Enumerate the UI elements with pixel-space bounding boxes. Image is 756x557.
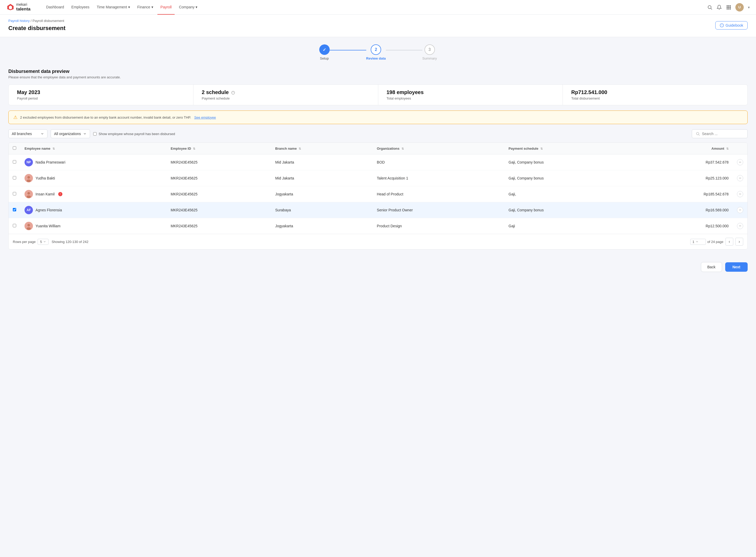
row-checkbox[interactable] (13, 176, 16, 179)
search-input[interactable] (702, 132, 744, 136)
col-organizations[interactable]: Organizations ⇅ (373, 143, 504, 154)
col-employee-name[interactable]: Employee name ⇅ (20, 143, 166, 154)
svg-rect-11 (728, 8, 729, 9)
svg-rect-5 (728, 5, 729, 6)
page-number-input[interactable]: 1 (690, 239, 706, 245)
col-branch-name[interactable]: Branch name ⇅ (271, 143, 373, 154)
select-all-header[interactable] (9, 143, 20, 154)
branch-name-cell: Mid Jakarta (271, 170, 373, 186)
show-disbursed-checkbox[interactable] (93, 132, 97, 136)
svg-rect-6 (730, 5, 731, 6)
stat-period-value: May 2023 (17, 89, 185, 95)
user-avatar[interactable]: U (735, 3, 744, 11)
exclude-button[interactable]: − (737, 159, 743, 165)
table-row: AF Agnes Florensia MKR243E45625 Surabaya… (9, 202, 747, 218)
rows-per-page-select[interactable]: 5 (38, 239, 48, 245)
breadcrumb-current: Payroll disbursement (33, 19, 64, 23)
payment-schedule-cell: Gaji (504, 218, 634, 234)
exclude-button[interactable]: − (737, 175, 743, 181)
row-checkbox-cell[interactable] (9, 186, 20, 202)
breadcrumb-parent[interactable]: Payroll history (8, 19, 30, 23)
employee-avatar: NP (25, 158, 33, 167)
svg-rect-10 (727, 8, 728, 9)
info-icon (720, 23, 724, 27)
show-disbursed-checkbox-label[interactable]: Show employee whose payroll has been dis… (93, 132, 175, 136)
guidebook-button[interactable]: Guidebook (715, 21, 748, 30)
nav-employees[interactable]: Employees (68, 0, 92, 14)
row-checkbox[interactable] (13, 208, 16, 211)
avatar-icon (25, 222, 33, 230)
chevron-down-icon: ▾ (748, 5, 750, 9)
brand-name: mekari talenta (16, 3, 31, 11)
of-page-text: of 24 page (707, 240, 723, 244)
row-checkbox-cell[interactable] (9, 154, 20, 170)
breadcrumb: Payroll history / Payroll disbursement (8, 19, 65, 23)
nav-payroll[interactable]: Payroll (157, 0, 175, 14)
nav-company[interactable]: Company ▾ (176, 0, 200, 14)
employee-name: Agnes Florensia (35, 208, 62, 212)
employee-name-cell: Insan Kamil! (20, 186, 166, 202)
exclude-cell[interactable]: − (733, 218, 747, 234)
row-checkbox[interactable] (13, 192, 16, 196)
chevron-down-icon (40, 132, 44, 136)
svg-rect-12 (730, 8, 731, 9)
branches-dropdown[interactable]: All branches (8, 129, 48, 138)
select-all-checkbox[interactable] (13, 146, 16, 150)
exclude-button[interactable]: − (737, 191, 743, 197)
col-payment-schedule[interactable]: Payment schedule ⇅ (504, 143, 634, 154)
col-action (733, 143, 747, 154)
employee-name: Yudha Bakti (35, 176, 55, 180)
see-employee-link[interactable]: See employee (194, 115, 216, 119)
prev-page-button[interactable]: ‹ (725, 238, 733, 245)
exclude-cell[interactable]: − (733, 170, 747, 186)
exclude-button[interactable]: − (737, 223, 743, 229)
col-employee-id[interactable]: Employee ID ⇅ (166, 143, 271, 154)
exclude-cell[interactable]: − (733, 154, 747, 170)
exclude-cell[interactable]: − (733, 186, 747, 202)
search-icon-btn[interactable] (707, 5, 713, 10)
sort-icon: ⇅ (726, 147, 729, 150)
step-1-label: Setup (320, 56, 329, 60)
back-button[interactable]: Back (701, 262, 722, 272)
row-checkbox-cell[interactable] (9, 170, 20, 186)
employee-name: Insan Kamil (35, 192, 55, 196)
svg-point-2 (708, 5, 711, 9)
chevron-down-icon: ▾ (195, 5, 197, 9)
notification-icon-btn[interactable] (717, 5, 722, 10)
employee-avatar: AF (25, 206, 33, 214)
col-amount[interactable]: Amount ⇅ (634, 143, 733, 154)
row-checkbox-cell[interactable] (9, 218, 20, 234)
stat-disbursement-label: Total disbursement (571, 96, 739, 100)
employee-name-cell: Yuanita William (20, 218, 166, 234)
page-controls: 1 of 24 page ‹ › (690, 238, 743, 245)
apps-icon-btn[interactable] (726, 5, 731, 10)
sort-icon: ⇅ (193, 147, 195, 150)
row-checkbox[interactable] (13, 224, 16, 227)
amount-cell: Rp185.542.678 (634, 186, 733, 202)
next-button[interactable]: Next (725, 262, 748, 272)
brand-logo[interactable]: mekari talenta (6, 3, 31, 11)
step-line-2 (386, 50, 422, 51)
organizations-dropdown[interactable]: All organizations (51, 129, 90, 138)
organization-cell: Head of Product (373, 186, 504, 202)
table-row: NP Nadia Prameswari MKR243E45625 Mid Jak… (9, 154, 747, 170)
table-header-row: Employee name ⇅ Employee ID ⇅ Branch nam… (9, 143, 747, 154)
nav-time-management[interactable]: Time Management ▾ (94, 0, 133, 14)
stat-disbursement-value: Rp712.541.000 (571, 89, 739, 95)
nav-dashboard[interactable]: Dashboard (43, 0, 67, 14)
search-box[interactable] (692, 129, 748, 138)
employee-id-cell: MKR243E45625 (166, 154, 271, 170)
exclude-cell[interactable]: − (733, 202, 747, 218)
rows-per-page-value: 5 (40, 240, 42, 244)
info-icon (231, 91, 235, 94)
warning-banner: ⚠ 2 excluded employees from disbursement… (8, 111, 748, 124)
table-row: Yuanita William MKR243E45625 Jogyakarta … (9, 218, 747, 234)
row-checkbox[interactable] (13, 160, 16, 164)
employee-id-cell: MKR243E45625 (166, 186, 271, 202)
next-page-button[interactable]: › (735, 238, 743, 245)
branch-name-cell: Jogyakarta (271, 218, 373, 234)
sort-icon: ⇅ (540, 147, 543, 150)
row-checkbox-cell[interactable] (9, 202, 20, 218)
nav-finance[interactable]: Finance ▾ (134, 0, 156, 14)
exclude-button[interactable]: − (737, 207, 743, 213)
